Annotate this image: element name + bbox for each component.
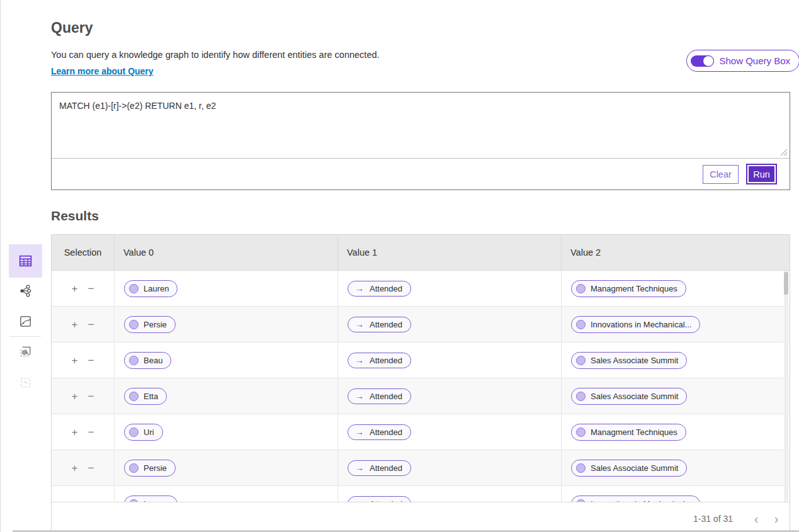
vertical-scrollbar-thumb[interactable]	[784, 272, 788, 295]
entity-pill[interactable]: Persie	[124, 316, 176, 333]
remove-from-selection-button[interactable]: −	[88, 319, 94, 330]
add-to-selection-button[interactable]: +	[72, 499, 78, 502]
table-row: + − Lauren → Attended Managment Techniqu…	[52, 271, 790, 307]
learn-more-link[interactable]: Learn more about Query	[51, 66, 154, 76]
resize-grip-icon[interactable]	[780, 149, 788, 156]
add-to-map-button[interactable]	[13, 339, 38, 364]
relationship-label: Attended	[370, 392, 402, 401]
relationship-label: Attended	[370, 499, 402, 502]
show-query-box-toggle[interactable]: Show Query Box	[686, 50, 799, 72]
remove-from-selection-button[interactable]: −	[88, 283, 94, 294]
value1-cell: → Attended	[338, 414, 562, 450]
value2-cell: Managment Techniques	[562, 414, 790, 450]
link-chart-view-button[interactable]	[13, 278, 38, 303]
entity-pill[interactable]: Sales Associate Summit	[571, 388, 687, 405]
entity-circle-icon	[129, 392, 139, 401]
link-chart-icon	[18, 283, 33, 298]
table-header: Selection Value 0 Value 1 Value 2	[52, 235, 790, 271]
add-to-selection-button[interactable]: +	[72, 319, 78, 330]
entity-circle-icon	[576, 392, 586, 401]
remove-from-selection-button[interactable]: −	[88, 427, 94, 438]
entity-pill[interactable]: Sales Associate Summit	[571, 460, 687, 477]
value0-cell: Etta	[115, 378, 338, 414]
run-button[interactable]: Run	[747, 165, 776, 183]
entity-label: Persie	[144, 320, 167, 329]
value1-cell: → Attended	[338, 271, 562, 306]
relationship-label: Attended	[370, 320, 402, 329]
main-content: Query You can query a knowledge graph to…	[51, 0, 790, 532]
next-page-button[interactable]: ›	[768, 511, 785, 527]
column-header-selection: Selection	[52, 235, 115, 270]
arrow-right-icon: →	[355, 392, 364, 400]
vertical-scrollbar-track[interactable]	[784, 271, 788, 502]
map-view-button[interactable]	[13, 308, 38, 334]
relationship-pill[interactable]: → Attended	[348, 496, 411, 502]
remove-from-selection-button[interactable]: −	[88, 499, 94, 502]
value0-cell: Persie	[115, 307, 338, 342]
value1-cell: → Attended	[338, 378, 562, 414]
entity-circle-icon	[576, 427, 586, 437]
entity-pill[interactable]: Persie	[124, 460, 176, 477]
results-table: Selection Value 0 Value 1 Value 2 + − La…	[51, 234, 790, 532]
pagination-range-label: 1-31 of 31	[693, 514, 733, 524]
relationship-pill[interactable]: → Attended	[348, 460, 411, 476]
entity-label: Etta	[144, 392, 158, 401]
remove-from-selection-button[interactable]: −	[88, 355, 94, 366]
value2-cell: Innovations in Mechanical...	[562, 486, 790, 502]
query-page: Query You can query a knowledge graph to…	[0, 0, 799, 532]
column-header-value1: Value 1	[338, 235, 562, 270]
table-row: + − Beau → Attended Sales Associate Summ…	[52, 342, 790, 378]
entity-pill[interactable]: Lauren	[124, 495, 178, 502]
add-to-selection-button[interactable]: +	[72, 355, 78, 366]
relationship-label: Attended	[370, 356, 402, 365]
arrow-right-icon: →	[355, 499, 364, 502]
table-view-button[interactable]	[9, 244, 42, 278]
entity-pill[interactable]: Managment Techniques	[571, 280, 686, 297]
selection-cell: + −	[52, 342, 115, 378]
entity-pill[interactable]: Uri	[124, 424, 163, 441]
value0-cell: Uri	[115, 414, 338, 450]
entity-pill[interactable]: Etta	[124, 388, 167, 405]
table-row: + − Etta → Attended Sales Associate Summ…	[52, 378, 790, 414]
previous-page-button[interactable]: ‹	[748, 511, 764, 527]
entity-circle-icon	[576, 463, 586, 473]
value1-cell: → Attended	[338, 307, 562, 342]
relationship-pill[interactable]: → Attended	[348, 388, 411, 404]
add-to-selection-button[interactable]: +	[72, 391, 78, 402]
entity-pill[interactable]: Sales Associate Summit	[571, 352, 687, 369]
table-body: + − Lauren → Attended Managment Techniqu…	[52, 271, 790, 502]
entity-pill[interactable]: Lauren	[124, 280, 178, 297]
remove-from-selection-button[interactable]: −	[88, 391, 94, 402]
entity-circle-icon	[129, 356, 139, 365]
relationship-pill[interactable]: → Attended	[348, 353, 411, 368]
table-row: + − Persie → Attended Sales Associate Su…	[52, 450, 790, 486]
remove-from-selection-button[interactable]: −	[88, 463, 94, 473]
selection-cell: + −	[52, 414, 115, 450]
query-input[interactable]: MATCH (e1)-[r]->(e2) RETURN e1, r, e2	[52, 93, 790, 158]
query-button-bar: Clear Run	[52, 159, 790, 190]
entity-circle-icon	[576, 356, 586, 365]
add-to-selection-button[interactable]: +	[72, 463, 78, 473]
entity-circle-icon	[129, 320, 139, 329]
arrow-right-icon: →	[355, 463, 364, 472]
table-icon	[18, 253, 33, 269]
add-to-selection-button[interactable]: +	[72, 427, 78, 438]
table-row: + − Persie → Attended Innovations in Mec…	[52, 307, 790, 342]
relationship-pill[interactable]: → Attended	[348, 424, 411, 440]
relationship-pill[interactable]: → Attended	[348, 281, 411, 297]
relationship-label: Attended	[370, 284, 402, 293]
clear-button[interactable]: Clear	[703, 165, 739, 184]
entity-pill[interactable]: Innovations in Mechanical...	[571, 495, 700, 502]
entity-label: Sales Associate Summit	[591, 392, 678, 401]
add-to-selection-button[interactable]: +	[72, 283, 78, 294]
entity-pill[interactable]: Beau	[124, 352, 171, 369]
relationship-pill[interactable]: → Attended	[348, 317, 411, 332]
entity-label: Innovations in Mechanical...	[591, 499, 691, 502]
results-title: Results	[51, 208, 790, 224]
entity-circle-icon	[129, 284, 139, 293]
toggle-switch-icon	[691, 55, 714, 67]
entity-pill[interactable]: Innovations in Mechanical...	[571, 316, 700, 333]
entity-pill[interactable]: Managment Techniques	[571, 424, 686, 441]
entity-label: Sales Associate Summit	[591, 356, 678, 365]
selection-cell: + −	[52, 450, 115, 485]
